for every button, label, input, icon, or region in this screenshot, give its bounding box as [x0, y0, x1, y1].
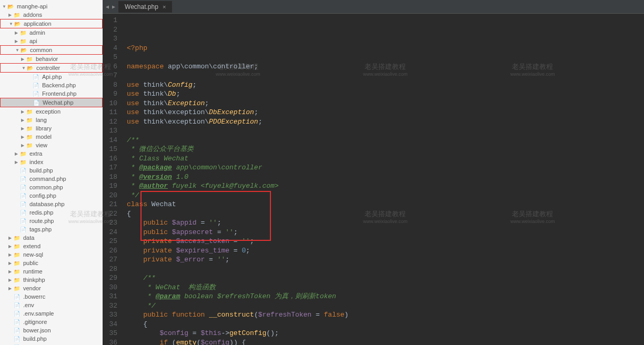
code-line[interactable]: * WeChat 构造函数	[127, 283, 640, 292]
code-line[interactable]: if (empty($config)) {	[127, 338, 640, 346]
expand-arrow-icon[interactable]: ▶	[8, 278, 14, 282]
tree-item-extra[interactable]: ▶extra	[0, 149, 103, 158]
expand-arrow-icon[interactable]: ▶	[8, 261, 14, 266]
tree-item-backend-php[interactable]: Backend.php	[0, 81, 103, 89]
code-line[interactable]: class Wechat	[127, 200, 640, 209]
tree-item-data[interactable]: ▶data	[0, 234, 103, 242]
code-line[interactable]: private $access_token = '';	[127, 237, 640, 246]
code-line[interactable]	[127, 71, 640, 80]
tree-item-admin[interactable]: ▶admin	[0, 28, 103, 37]
code-line[interactable]: public $appsecret = '';	[127, 228, 640, 237]
tree-item-exception[interactable]: ▶exception	[0, 107, 103, 116]
expand-arrow-icon[interactable]: ▶	[8, 269, 14, 274]
code-line[interactable]: private $_error = '';	[127, 255, 640, 265]
expand-arrow-icon[interactable]: ▶	[21, 109, 26, 114]
expand-arrow-icon[interactable]: ▼	[15, 48, 21, 53]
code-line[interactable]: use think\Config;	[127, 80, 640, 90]
tree-item-index[interactable]: ▶index	[0, 158, 103, 166]
tree-item--gitignore[interactable]: .gitignore	[0, 318, 103, 326]
tree-item-controller[interactable]: ▼controller	[1, 64, 102, 72]
expand-arrow-icon[interactable]: ▶	[15, 39, 20, 44]
code-line[interactable]: * @author fuyelk <fuyelk@fuyelk.com>	[127, 181, 640, 191]
expand-arrow-icon[interactable]: ▶	[21, 126, 26, 131]
tree-item-wechat-php[interactable]: Wechat.php	[1, 98, 102, 107]
expand-arrow-icon[interactable]: ▶	[8, 236, 14, 240]
tree-item--bowerrc[interactable]: .bowerrc	[0, 292, 103, 301]
code-line[interactable]	[127, 53, 640, 62]
code-line[interactable]: public $appid = '';	[127, 218, 640, 228]
tree-item-thinkphp[interactable]: ▶thinkphp	[0, 276, 103, 284]
expand-arrow-icon[interactable]: ▶	[8, 244, 14, 249]
tree-item--env-sample[interactable]: .env.sample	[0, 309, 103, 318]
tree-item-public[interactable]: ▶public	[0, 259, 103, 267]
tree-item-build-php[interactable]: build.php	[0, 334, 103, 343]
tree-item-redis-php[interactable]: redis.php	[0, 208, 103, 217]
tree-item-bower-json[interactable]: bower.json	[0, 326, 103, 334]
tree-item-model[interactable]: ▶model	[0, 133, 103, 141]
code-line[interactable]: public function __construct($refreshToke…	[127, 310, 640, 320]
tab-nav-arrows[interactable]: ◀ ▶	[103, 4, 118, 10]
code-line[interactable]: private $expires_time = 0;	[127, 246, 640, 256]
tree-item-extend[interactable]: ▶extend	[0, 242, 103, 250]
tree-item-api[interactable]: ▶api	[0, 37, 103, 45]
code-line[interactable]: * @package app\common\controller	[127, 163, 640, 172]
tree-item-new-sql[interactable]: ▶new-sql	[0, 250, 103, 259]
code-line[interactable]: * @param boolean $refreshToken 为真，则刷新tok…	[127, 292, 640, 301]
tree-item-route-php[interactable]: route.php	[0, 217, 103, 225]
code-line[interactable]: * Class Wechat	[127, 154, 640, 164]
tree-item-view[interactable]: ▶view	[0, 141, 103, 149]
expand-arrow-icon[interactable]: ▶	[21, 57, 26, 62]
code-line[interactable]: use think\Exception;	[127, 99, 640, 108]
tree-item-api-php[interactable]: Api.php	[0, 73, 103, 81]
tree-item-config-php[interactable]: config.php	[0, 191, 103, 200]
expand-arrow-icon[interactable]: ▶	[15, 151, 20, 156]
expand-arrow-icon[interactable]: ▼	[2, 4, 7, 9]
expand-arrow-icon[interactable]: ▼	[9, 22, 14, 26]
code-line[interactable]: */	[127, 301, 640, 311]
code-line[interactable]	[127, 265, 640, 274]
expand-arrow-icon[interactable]: ▶	[21, 143, 26, 148]
code-line[interactable]: namespace app\common\controller;	[127, 62, 640, 72]
tree-item-runtime[interactable]: ▶runtime	[0, 267, 103, 276]
expand-arrow-icon[interactable]: ▶	[21, 135, 26, 139]
code-line[interactable]	[127, 126, 640, 136]
code-line[interactable]: /**	[127, 273, 640, 283]
tree-item-common-php[interactable]: common.php	[0, 183, 103, 191]
code-content[interactable]: <?php namespace app\common\controller; u…	[123, 14, 644, 345]
code-line[interactable]: use think\exception\PDOException;	[127, 117, 640, 127]
tree-item-frontend-php[interactable]: Frontend.php	[0, 89, 103, 98]
code-line[interactable]: * @version 1.0	[127, 172, 640, 182]
code-line[interactable]: */	[127, 191, 640, 200]
tree-item-addons[interactable]: ▶addons	[0, 11, 103, 19]
tree-item--env[interactable]: .env	[0, 301, 103, 309]
tree-item-manghe-api[interactable]: ▼manghe-api	[0, 2, 103, 11]
file-tree-sidebar[interactable]: ▼manghe-api▶addons▼application▶admin▶api…	[0, 0, 103, 345]
tree-item-database-php[interactable]: database.php	[0, 200, 103, 208]
expand-arrow-icon[interactable]: ▶	[15, 160, 20, 165]
code-line[interactable]: * 微信公众平台基类	[127, 145, 640, 154]
tree-item-vendor[interactable]: ▶vendor	[0, 284, 103, 292]
tree-item-tags-php[interactable]: tags.php	[0, 225, 103, 234]
tree-item-library[interactable]: ▶library	[0, 124, 103, 133]
expand-arrow-icon[interactable]: ▶	[8, 252, 14, 257]
expand-arrow-icon[interactable]: ▶	[15, 31, 20, 35]
tree-item-command-php[interactable]: command.php	[0, 175, 103, 183]
expand-arrow-icon[interactable]: ▶	[8, 286, 14, 291]
code-line[interactable]: {	[127, 209, 640, 219]
code-line[interactable]: use think\Db;	[127, 89, 640, 99]
expand-arrow-icon[interactable]: ▶	[8, 13, 14, 17]
tree-item-behavior[interactable]: ▶behavior	[0, 55, 103, 63]
code-line[interactable]: <?php	[127, 44, 640, 53]
code-editor[interactable]: 1234567891011121314151617181920212223242…	[103, 14, 644, 345]
code-line[interactable]: use think\exception\DbException;	[127, 108, 640, 117]
code-line[interactable]: $config = $this->getConfig();	[127, 329, 640, 338]
tree-item-application[interactable]: ▼application	[1, 19, 102, 28]
code-line[interactable]: {	[127, 320, 640, 329]
tree-item-common[interactable]: ▼common	[1, 46, 102, 54]
expand-arrow-icon[interactable]: ▶	[21, 118, 26, 123]
tree-item-build-php[interactable]: build.php	[0, 166, 103, 175]
tree-item-lang[interactable]: ▶lang	[0, 116, 103, 124]
expand-arrow-icon[interactable]: ▼	[22, 66, 27, 70]
tree-item-composer-json[interactable]: composer.json	[0, 343, 103, 345]
close-icon[interactable]: ×	[163, 4, 166, 10]
